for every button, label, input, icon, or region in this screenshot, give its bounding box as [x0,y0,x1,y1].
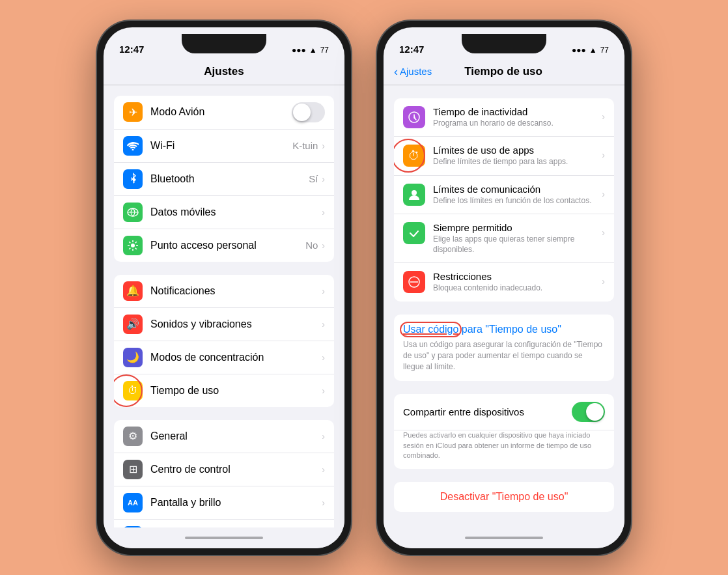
bluetooth-label: Bluetooth [150,173,309,185]
limites-apps-icon: ⏱ [403,145,425,167]
modo-avion-icon: ✈ [123,102,143,122]
compartir-title: Compartir entre dispositivos [403,406,572,417]
limites-com-text: Límites de comunicación Define los límit… [433,184,598,206]
pantalla-chevron: › [322,498,325,508]
limites-com-title: Límites de comunicación [433,184,598,195]
inactividad-chevron: › [602,111,605,122]
compartir-desc: Puedes activarlo en cualquier dispositiv… [394,430,614,468]
notif-chevron: › [322,286,325,296]
settings-row-wifi[interactable]: Wi-Fi K-tuin › [114,130,334,163]
restricciones-title: Restricciones [433,271,598,282]
restricciones-icon [403,271,425,293]
centro-label: Centro de control [150,464,322,475]
siempre-title: Siempre permitido [433,222,598,233]
desactivar-link[interactable]: Desactivar "Tiempo de uso" [440,491,568,502]
tiempo-label: Tiempo de uso [150,385,322,397]
status-icons-right: ●●● ▲ 77 [572,46,609,55]
home-bar-left [185,537,263,539]
modos-chevron: › [322,352,325,363]
settings-row-bluetooth[interactable]: Bluetooth Sí › [114,163,334,196]
centro-chevron: › [322,464,325,475]
signal-icon-right: ●●● [572,46,586,55]
tiempo-row-inactividad[interactable]: Tiempo de inactividad Programa un horari… [394,98,614,137]
nav-back-label: Ajustes [400,66,432,77]
settings-row-modos[interactable]: 🌙 Modos de concentración › [114,341,334,374]
settings-row-inicio[interactable]: Pantalla de inicio › [114,520,334,527]
tiempo-row-limites-com[interactable]: Límites de comunicación Define los límit… [394,176,614,215]
settings-row-pantalla[interactable]: AA Pantalla y brillo › [114,486,334,520]
tiempo-row-limites-apps[interactable]: ⏱ Límites de uso de apps Define límites … [394,137,614,176]
screen-content-right[interactable]: Tiempo de inactividad Programa un horari… [384,85,624,527]
settings-row-tiempo[interactable]: ⏱ Tiempo de uso › [114,374,334,407]
status-icons-left: ●●● ▲ 77 [292,46,329,55]
home-indicator-left [104,527,344,548]
limites-com-chevron: › [602,189,605,199]
compartir-toggle-knob [586,403,604,421]
settings-group-2: 🔔 Notificaciones › 🔊 Sonidos y vibracion… [114,275,334,407]
settings-row-general[interactable]: ⚙ General › [114,420,334,453]
phone-screen-right: 12:47 ●●● ▲ 77 ‹ Ajustes Tiempo de uso [384,27,624,548]
sonidos-label: Sonidos y vibraciones [150,318,322,330]
toggle-knob [293,104,311,121]
punto-icon [123,236,143,255]
phone-left: 12:47 ●●● ▲ 77 Ajustes ✈ Modo Avión [97,21,351,555]
usar-codigo-link[interactable]: Usar código [403,324,458,335]
sonidos-icon: 🔊 [123,315,143,334]
home-indicator-right [384,527,624,548]
tiempo-icon: ⏱ [123,381,143,400]
time-right: 12:47 [399,44,424,55]
battery-left: 77 [320,46,329,55]
restricciones-chevron: › [602,276,605,287]
tiempo-row-restricciones[interactable]: Restricciones Bloquea contenido inadecua… [394,263,614,302]
modos-icon: 🌙 [123,348,143,367]
siempre-chevron: › [602,227,605,238]
inactividad-subtitle: Programa un horario de descanso. [433,119,598,129]
centro-icon: ⊞ [123,460,143,479]
inactividad-icon [403,106,425,128]
time-left: 12:47 [119,44,144,55]
siempre-text: Siempre permitido Elige las apps que qui… [433,222,598,255]
settings-row-sonidos[interactable]: 🔊 Sonidos y vibraciones › [114,308,334,341]
punto-value: No [305,240,318,251]
wifi-icon [123,136,143,156]
settings-row-datos[interactable]: Datos móviles › [114,196,334,229]
datos-label: Datos móviles [150,206,322,218]
punto-label: Punto acceso personal [150,240,305,251]
usar-codigo-line: Usar código para "Tiempo de uso" [403,324,561,335]
modo-avion-toggle[interactable] [292,102,325,122]
svg-point-8 [412,190,417,195]
settings-row-centro[interactable]: ⊞ Centro de control › [114,453,334,486]
settings-group-3: ⚙ General › ⊞ Centro de control › AA Pan… [114,420,334,527]
modo-avion-label: Modo Avión [150,106,292,118]
usar-codigo-desc: Usa un código para asegurar la configura… [403,339,605,372]
wifi-label: Wi-Fi [150,140,292,152]
limites-apps-subtitle: Define límites de tiempo para las apps. [433,157,598,167]
punto-chevron: › [322,240,325,251]
notif-label: Notificaciones [150,285,322,297]
pantalla-icon: AA [123,493,143,512]
restricciones-text: Restricciones Bloquea contenido inadecua… [433,271,598,294]
wifi-chevron: › [322,141,325,151]
nav-bar-left: Ajustes [104,60,344,85]
compartir-toggle[interactable] [572,402,605,422]
settings-row-modo-avion[interactable]: ✈ Modo Avión [114,96,334,130]
nav-title-left: Ajustes [114,65,334,78]
screen-content-left[interactable]: ✈ Modo Avión Wi-Fi K-tuin › [104,85,344,527]
general-icon: ⚙ [123,427,143,446]
settings-group-1: ✈ Modo Avión Wi-Fi K-tuin › [114,96,334,262]
inicio-icon [123,526,143,527]
battery-right: 77 [600,46,609,55]
wifi-icon-right: ▲ [589,46,597,55]
wifi-value: K-tuin [292,140,318,151]
phone-right: 12:47 ●●● ▲ 77 ‹ Ajustes Tiempo de uso [377,21,631,555]
nav-back-button[interactable]: ‹ Ajustes [394,66,432,77]
nav-bar-right: ‹ Ajustes Tiempo de uso [384,60,624,85]
restricciones-subtitle: Bloquea contenido inadecuado. [433,283,598,294]
limites-apps-text: Límites de uso de apps Define límites de… [433,145,598,167]
tiempo-row-siempre[interactable]: Siempre permitido Elige las apps que qui… [394,214,614,263]
compartir-section: Compartir entre dispositivos Puedes acti… [394,394,614,468]
general-label: General [150,430,322,442]
settings-row-notif[interactable]: 🔔 Notificaciones › [114,275,334,308]
inactividad-title: Tiempo de inactividad [433,106,598,117]
settings-row-punto[interactable]: Punto acceso personal No › [114,229,334,262]
